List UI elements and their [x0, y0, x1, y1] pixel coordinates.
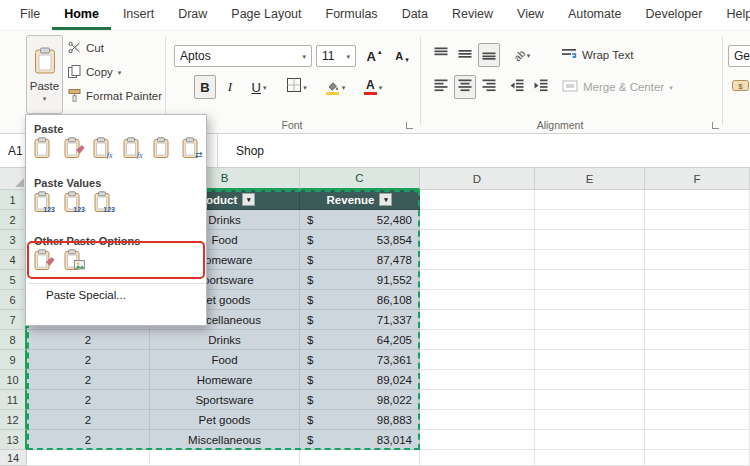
- cell-D1[interactable]: [420, 190, 535, 210]
- cell-B10[interactable]: Homeware: [150, 370, 300, 390]
- bold-button[interactable]: B: [194, 75, 216, 99]
- tab-developer[interactable]: Developer: [633, 0, 714, 30]
- italic-button[interactable]: I: [220, 75, 240, 99]
- row-header-11[interactable]: 11: [0, 390, 27, 410]
- cell-F10[interactable]: [645, 370, 750, 390]
- cell-E9[interactable]: [535, 350, 645, 370]
- decrease-indent-button[interactable]: [506, 75, 528, 99]
- cell-C5[interactable]: $91,552: [300, 270, 420, 290]
- cell-C14[interactable]: [300, 450, 420, 466]
- cut-button[interactable]: Cut: [68, 37, 104, 59]
- cell-A11[interactable]: 2: [27, 390, 150, 410]
- cell-E6[interactable]: [535, 290, 645, 310]
- increase-indent-button[interactable]: [530, 75, 552, 99]
- align-top-button[interactable]: [430, 43, 452, 67]
- cell-F14[interactable]: [645, 450, 750, 466]
- cell-C3[interactable]: $53,854: [300, 230, 420, 250]
- borders-button[interactable]: ▾: [280, 75, 314, 99]
- row-header-3[interactable]: 3: [0, 230, 27, 250]
- cell-D9[interactable]: [420, 350, 535, 370]
- cell-F11[interactable]: [645, 390, 750, 410]
- cell-D14[interactable]: [420, 450, 535, 466]
- select-all-corner[interactable]: [0, 168, 27, 190]
- tab-file[interactable]: File: [8, 0, 52, 30]
- cell-B8[interactable]: Drinks: [150, 330, 300, 350]
- cell-D10[interactable]: [420, 370, 535, 390]
- row-header-2[interactable]: 2: [0, 210, 27, 230]
- cell-E7[interactable]: [535, 310, 645, 330]
- increase-font-size-button[interactable]: A▴: [362, 44, 386, 68]
- cell-D7[interactable]: [420, 310, 535, 330]
- cell-D6[interactable]: [420, 290, 535, 310]
- tab-data[interactable]: Data: [390, 0, 440, 30]
- paste-option-values[interactable]: 123: [32, 190, 58, 214]
- tab-insert[interactable]: Insert: [111, 0, 166, 30]
- paste-option-picture[interactable]: [62, 248, 88, 272]
- orientation-button[interactable]: ab▾: [506, 43, 538, 67]
- cell-C2[interactable]: $52,480: [300, 210, 420, 230]
- row-header-7[interactable]: 7: [0, 310, 27, 330]
- cell-C1[interactable]: Revenue▾: [300, 190, 420, 210]
- row-header-5[interactable]: 5: [0, 270, 27, 290]
- tab-automate[interactable]: Automate: [556, 0, 634, 30]
- cell-E1[interactable]: [535, 190, 645, 210]
- tab-draw[interactable]: Draw: [166, 0, 219, 30]
- paste-option-formulas[interactable]: fx: [91, 136, 117, 160]
- cell-A9[interactable]: 2: [27, 350, 150, 370]
- column-header-D[interactable]: D: [420, 168, 535, 190]
- cell-B12[interactable]: Pet goods: [150, 410, 300, 430]
- font-size-combo[interactable]: 11 ▾: [316, 45, 356, 67]
- align-right-button[interactable]: [478, 75, 500, 99]
- paste-option-values-number-formatting[interactable]: 123: [62, 190, 88, 214]
- merge-center-button[interactable]: Merge & Center ▾: [562, 76, 673, 98]
- decrease-font-size-button[interactable]: A▾: [390, 44, 414, 68]
- cell-C6[interactable]: $86,108: [300, 290, 420, 310]
- cell-C8[interactable]: $64,205: [300, 330, 420, 350]
- cell-A12[interactable]: 2: [27, 410, 150, 430]
- cell-C9[interactable]: $73,361: [300, 350, 420, 370]
- cell-A13[interactable]: 2: [27, 430, 150, 450]
- cell-F9[interactable]: [645, 350, 750, 370]
- cell-E8[interactable]: [535, 330, 645, 350]
- row-header-12[interactable]: 12: [0, 410, 27, 430]
- tab-page-layout[interactable]: Page Layout: [219, 0, 313, 30]
- cell-F7[interactable]: [645, 310, 750, 330]
- cell-F4[interactable]: [645, 250, 750, 270]
- row-header-1[interactable]: 1: [0, 190, 27, 210]
- copy-button[interactable]: Copy ▾: [68, 61, 121, 83]
- row-header-6[interactable]: 6: [0, 290, 27, 310]
- paste-button[interactable]: Paste ▾: [26, 35, 63, 114]
- paste-option-values-source-formatting[interactable]: 123: [92, 190, 118, 214]
- cell-F6[interactable]: [645, 290, 750, 310]
- tab-formulas[interactable]: Formulas: [314, 0, 390, 30]
- alignment-dialog-launcher-icon[interactable]: [712, 122, 719, 129]
- cell-E11[interactable]: [535, 390, 645, 410]
- cell-E2[interactable]: [535, 210, 645, 230]
- filter-button-B1[interactable]: ▾: [242, 193, 255, 206]
- cell-D11[interactable]: [420, 390, 535, 410]
- cell-E5[interactable]: [535, 270, 645, 290]
- cell-B13[interactable]: Miscellaneous: [150, 430, 300, 450]
- cell-A14[interactable]: [27, 450, 150, 466]
- cell-D12[interactable]: [420, 410, 535, 430]
- row-header-13[interactable]: 13: [0, 430, 27, 450]
- cell-D2[interactable]: [420, 210, 535, 230]
- paste-special-menu-item[interactable]: Paste Special...: [26, 284, 206, 304]
- cell-B11[interactable]: Sportsware: [150, 390, 300, 410]
- cell-B14[interactable]: [150, 450, 300, 466]
- font-color-button[interactable]: A ▾: [356, 75, 390, 99]
- cell-F3[interactable]: [645, 230, 750, 250]
- column-header-C[interactable]: C: [300, 168, 420, 190]
- align-middle-button[interactable]: [454, 43, 476, 67]
- cell-C7[interactable]: $71,337: [300, 310, 420, 330]
- font-dialog-launcher-icon[interactable]: [406, 122, 413, 129]
- paste-option-formulas-number-formatting[interactable]: fx: [121, 136, 147, 160]
- cell-C12[interactable]: $98,883: [300, 410, 420, 430]
- underline-button[interactable]: U▾: [244, 75, 274, 99]
- column-header-F[interactable]: F: [645, 168, 750, 190]
- font-name-combo[interactable]: Aptos ▾: [174, 45, 312, 67]
- tab-home[interactable]: Home: [52, 0, 111, 30]
- fill-color-button[interactable]: ▾: [318, 75, 352, 99]
- cell-F5[interactable]: [645, 270, 750, 290]
- row-header-8[interactable]: 8: [0, 330, 27, 350]
